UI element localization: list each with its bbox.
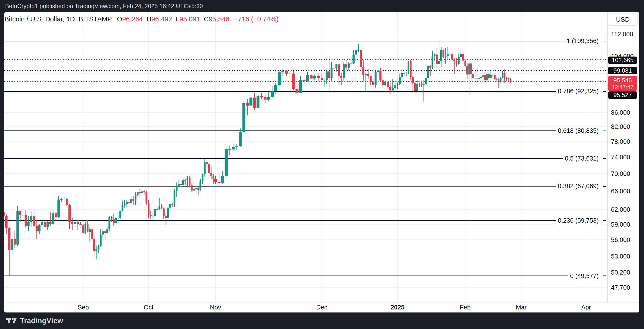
candle-up (60, 199, 62, 200)
candle-up (58, 200, 60, 217)
candle-down (212, 176, 214, 179)
current-price-badge: 95,546 12:47:47 (608, 76, 637, 91)
candle-up (478, 78, 480, 79)
fib-level-axis-tick (602, 91, 606, 92)
candle-up (313, 76, 316, 79)
price-tick-label: 62,000 (611, 206, 639, 213)
candle-down (414, 83, 416, 91)
candle-down (449, 54, 451, 55)
candle-up (492, 75, 494, 76)
candle-up (232, 147, 234, 149)
candle-down (68, 205, 71, 222)
candle-down (264, 97, 266, 100)
candle-down (104, 231, 106, 233)
candle-up (377, 71, 379, 72)
fib-level-label: 0.618 (80,835) (556, 127, 601, 135)
candle-down (360, 50, 362, 67)
candle-down (303, 80, 306, 81)
candle-up (299, 80, 302, 93)
candle-down (218, 182, 220, 183)
candle-down (372, 82, 374, 85)
candle-down (389, 87, 391, 91)
candle-up (30, 216, 32, 222)
candle-down (488, 74, 490, 78)
candle-down (456, 62, 458, 64)
candle-down (111, 217, 112, 219)
candle-up (184, 180, 186, 181)
price-badge-lower: 95,527 (608, 91, 637, 99)
candle-up (500, 78, 502, 81)
candle-up (100, 234, 102, 246)
candle-down (498, 79, 500, 81)
candle-up (235, 146, 238, 147)
candle-down (191, 185, 193, 191)
candle-up (482, 75, 484, 77)
candle-up (195, 188, 197, 189)
candle-up (85, 224, 86, 233)
price-tick-label: 74,000 (611, 154, 639, 161)
candle-down (333, 68, 335, 69)
time-tick-label: Oct (144, 304, 154, 311)
candle-up (156, 209, 158, 210)
candle-up (89, 229, 91, 232)
price-tick-label: 82,000 (611, 123, 639, 131)
candle-up (278, 72, 280, 85)
candle-up (348, 64, 350, 68)
candle-down (210, 173, 212, 176)
candle-up (403, 73, 405, 74)
candle-up (95, 249, 97, 251)
candle-down (132, 199, 134, 201)
candle-down (476, 78, 478, 79)
candle-up (427, 66, 429, 78)
price-axis-separator (607, 12, 608, 302)
candle-up (357, 50, 360, 51)
candle-up (119, 211, 121, 218)
candle-up (506, 78, 508, 80)
price-tick-label: 86,000 (611, 109, 639, 116)
candle-up (117, 218, 119, 218)
candle-down (163, 208, 164, 216)
candle-down (412, 77, 414, 83)
time-tick-label: 2025 (390, 304, 404, 311)
price-chart[interactable] (4, 12, 607, 302)
candle-down (338, 65, 340, 76)
candle-down (128, 202, 130, 203)
candle-down (362, 67, 364, 75)
candle-up (250, 98, 252, 105)
candle-up (397, 84, 398, 85)
time-tick-label: Apr (581, 304, 591, 311)
price-badge-mid: 99,031 (608, 67, 637, 74)
candle-up (141, 191, 143, 193)
candle-down (14, 239, 16, 244)
candle-up (74, 222, 76, 224)
candle-up (355, 50, 357, 55)
tradingview-brand[interactable]: TradingView (6, 312, 63, 329)
candle-down (66, 199, 68, 205)
candle-up (22, 215, 24, 215)
candle-up (28, 222, 30, 226)
currency-toggle-button[interactable]: USD (608, 14, 638, 26)
candle-up (98, 246, 100, 249)
candle-up (102, 231, 104, 234)
candle-up (239, 132, 242, 146)
candle-down (165, 216, 167, 218)
ohlc-high: H96,492 (146, 15, 172, 23)
candle-up (52, 213, 54, 224)
candle-up (408, 62, 410, 73)
attribution-text: BeInCrypto1 published on TradingView.com… (5, 0, 203, 12)
candle-up (365, 74, 367, 75)
candle-up (154, 209, 156, 216)
candle-down (148, 203, 150, 215)
candle-up (115, 218, 117, 223)
candle-down (285, 71, 288, 74)
candle-up (343, 65, 345, 78)
candle-up (274, 85, 277, 91)
candle-down (171, 204, 173, 205)
time-axis-separator (4, 302, 639, 303)
candle-down (93, 239, 95, 251)
fib-level-label: 0.236 (59,753) (556, 217, 601, 224)
candle-down (387, 82, 389, 87)
candle-down (55, 213, 57, 217)
candle-down (430, 66, 431, 68)
candle-up (306, 75, 309, 81)
